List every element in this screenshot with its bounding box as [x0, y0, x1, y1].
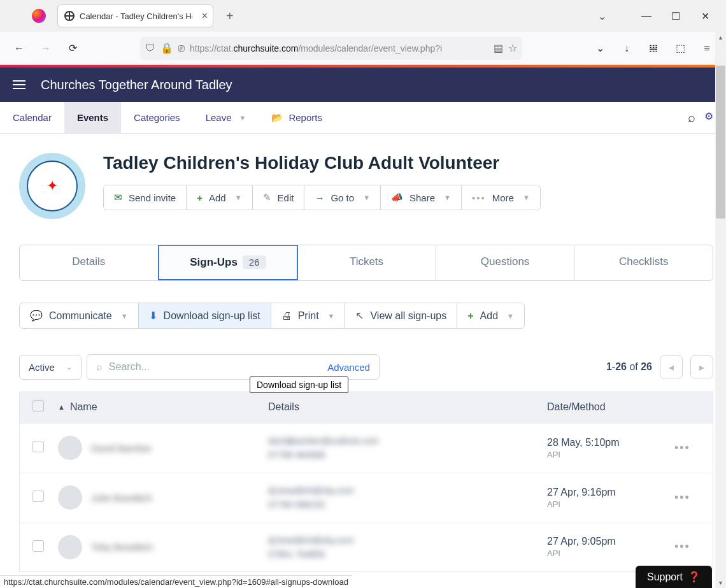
send-invite-label: Send invite: [129, 192, 176, 203]
row-method: API: [547, 450, 674, 459]
col-details[interactable]: Details: [268, 401, 547, 413]
nav-categories[interactable]: Categories: [121, 102, 193, 134]
nav-reports-label: Reports: [288, 112, 322, 123]
page-range-end: 26: [615, 361, 627, 372]
scrollbar[interactable]: ▴ ▾: [715, 32, 726, 588]
scroll-up-icon[interactable]: ▴: [715, 32, 726, 43]
reload-button[interactable]: ⟳: [62, 38, 83, 59]
row-method: API: [547, 499, 674, 509]
row-actions-icon[interactable]: •••: [674, 540, 700, 554]
library-icon[interactable]: 𝍐: [643, 38, 664, 59]
row-date: 27 Apr, 9:05pm: [547, 536, 674, 547]
select-all-checkbox[interactable]: [32, 400, 44, 412]
edit-button[interactable]: ✎Edit: [253, 185, 305, 210]
url-bar[interactable]: 🛡 🔒 ⎚ https://ctat.churchsuite.com/modul…: [140, 37, 522, 60]
more-label: More: [492, 192, 514, 203]
col-name[interactable]: ▲Name: [58, 401, 268, 413]
browser-tab[interactable]: Calendar - Tadley Children's Ho ×: [57, 4, 213, 27]
prev-page-button[interactable]: ◂: [660, 355, 683, 378]
downloads-icon[interactable]: ↓: [616, 38, 637, 59]
new-tab-button[interactable]: +: [221, 6, 239, 26]
row-actions-icon[interactable]: •••: [674, 491, 700, 505]
content-area: Tadley Children's Holiday Club Adult Vol…: [0, 134, 726, 588]
next-page-button[interactable]: ▸: [690, 355, 713, 378]
menu-icon[interactable]: [13, 80, 25, 89]
row-method: API: [547, 549, 674, 558]
printer-icon: 🖨: [281, 310, 292, 322]
table-row[interactable]: Toby Bowditch dj.bowditch@sky.com07891 7…: [20, 522, 713, 572]
minimize-button[interactable]: —: [632, 6, 661, 25]
row-checkbox[interactable]: [32, 540, 44, 552]
col-date[interactable]: Date/Method: [547, 401, 674, 413]
search-icon[interactable]: ⌕: [688, 110, 695, 125]
close-tab-icon[interactable]: ×: [202, 10, 208, 22]
chevron-down-icon: ▼: [363, 194, 370, 201]
sort-asc-icon: ▲: [58, 403, 65, 411]
row-actions-icon[interactable]: •••: [674, 441, 700, 455]
tab-title: Calendar - Tadley Children's Ho: [80, 11, 192, 21]
chevron-down-icon: ▼: [507, 312, 514, 320]
share-button[interactable]: 📣Share▼: [381, 185, 462, 210]
forward-button[interactable]: →: [36, 38, 56, 59]
chevron-down-icon: ▼: [444, 194, 451, 201]
download-icon: ⬇: [149, 310, 157, 322]
window-controls: ⌄ — ☐ ✕: [598, 0, 720, 32]
send-invite-button[interactable]: ✉Send invite: [104, 185, 187, 210]
signups-table: ▲Name Details Date/Method David Bamber d…: [19, 391, 713, 572]
nav-events[interactable]: Events: [64, 102, 121, 134]
tab-questions[interactable]: Questions: [436, 245, 575, 280]
search-input[interactable]: [109, 361, 321, 373]
add-button[interactable]: +Add▼: [187, 185, 252, 210]
event-logo: [19, 153, 85, 219]
tab-signups[interactable]: Sign-Ups26: [158, 245, 299, 281]
nav-calendar[interactable]: Calendar: [0, 102, 64, 134]
nav-leave[interactable]: Leave▼: [193, 102, 259, 134]
event-tabs: Details Sign-Ups26 Tickets Questions Che…: [19, 245, 713, 281]
communicate-button[interactable]: 💬Communicate▼: [19, 303, 139, 329]
arrow-right-icon: →: [315, 192, 324, 203]
support-button[interactable]: Support❓: [636, 566, 712, 588]
status-filter[interactable]: Active⌄: [19, 355, 82, 380]
scroll-thumb[interactable]: [716, 66, 725, 219]
more-button[interactable]: •••More▼: [462, 185, 540, 210]
download-signups-button[interactable]: ⬇Download sign-up list: [138, 303, 271, 329]
goto-button[interactable]: →Go to▼: [304, 185, 381, 210]
add-signup-label: Add: [480, 310, 498, 322]
table-row[interactable]: Julie Bowditch dj.bowditch@sky.com07780 …: [20, 473, 713, 522]
scroll-down-icon[interactable]: ▾: [715, 577, 726, 588]
advanced-search-link[interactable]: Advanced: [327, 362, 370, 373]
maximize-button[interactable]: ☐: [661, 6, 690, 25]
close-window-button[interactable]: ✕: [690, 6, 720, 25]
dots-horizontal-icon: •••: [472, 192, 486, 203]
permissions-icon[interactable]: ⎚: [178, 43, 185, 54]
tab-checklists[interactable]: Checklists: [574, 245, 713, 280]
app-menu-icon[interactable]: ≡: [697, 38, 717, 59]
tab-details[interactable]: Details: [20, 245, 159, 280]
nav-reports[interactable]: 📂Reports: [259, 102, 335, 134]
table-row[interactable]: David Bamber davidjbamber@outlook.com077…: [20, 423, 713, 473]
shield-icon[interactable]: 🛡: [145, 43, 155, 54]
pencil-icon: ✎: [263, 192, 271, 203]
plus-icon: +: [197, 192, 203, 203]
pocket-icon[interactable]: ⌄: [590, 38, 610, 59]
lock-icon[interactable]: 🔒: [160, 42, 173, 54]
row-name: David Bamber: [91, 443, 152, 454]
view-all-signups-button[interactable]: ↖View all sign-ups: [345, 303, 457, 329]
row-checkbox[interactable]: [32, 441, 44, 452]
search-box[interactable]: ⌕ Advanced: [87, 354, 380, 380]
tab-tickets[interactable]: Tickets: [297, 245, 436, 280]
row-checkbox[interactable]: [32, 491, 44, 502]
settings-gear-icon[interactable]: ⚙: [704, 110, 713, 125]
extensions-icon[interactable]: ⬚: [670, 38, 690, 59]
page-range-start: 1: [606, 361, 612, 372]
tabs-dropdown-icon[interactable]: ⌄: [598, 10, 606, 22]
reader-mode-icon[interactable]: ▤: [494, 42, 503, 54]
edit-label: Edit: [278, 192, 294, 203]
back-button[interactable]: ←: [9, 38, 29, 59]
add-signup-button[interactable]: +Add▼: [457, 303, 525, 329]
row-date: 28 May, 5:10pm: [547, 437, 674, 448]
bookmark-star-icon[interactable]: ☆: [508, 42, 517, 54]
row-name: Toby Bowditch: [91, 541, 153, 552]
print-button[interactable]: 🖨Print▼: [271, 303, 346, 329]
app-header: Churches Together Around Tadley: [0, 68, 726, 102]
